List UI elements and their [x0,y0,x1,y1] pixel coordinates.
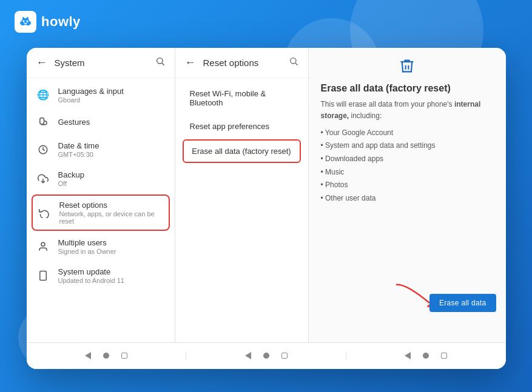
trash-icon [321,58,494,78]
menu-item-users[interactable]: Multiple users Signed in as Owner [27,232,175,261]
erase-list-item: • Downloaded apps [321,153,494,166]
bg-decoration-3 [18,307,79,368]
svg-point-3 [23,21,25,22]
system-menu-list: 🌐 Languages & input Gboard Gestures [27,78,175,342]
datetime-sublabel: GMT+05:30 [58,151,165,158]
bottom-nav-bar [27,342,506,369]
datetime-label: Date & time [58,141,165,150]
system-back-button[interactable]: ← [36,56,47,69]
device-mockup: ← System 🌐 Languages & input Gboard [27,48,506,369]
users-icon [36,240,50,253]
logo-icon [15,11,36,33]
backup-sublabel: Off [58,180,165,187]
datetime-text: Date & time GMT+05:30 [58,141,165,158]
menu-item-update[interactable]: System update Updated to Android 11 [27,261,175,290]
datetime-icon [36,143,50,156]
nav-home-button-right[interactable] [423,353,429,359]
erase-items-list: • Your Google Account • System and app d… [321,127,494,205]
nav-recents-button-left[interactable] [121,353,127,359]
gestures-icon [36,116,50,129]
menu-item-datetime[interactable]: Date & time GMT+05:30 [27,135,175,164]
erase-description: This will erase all data from your phone… [321,99,494,122]
erase-title: Erase all data (factory reset) [321,83,494,94]
languages-icon: 🌐 [36,88,50,102]
languages-text: Languages & input Gboard [58,87,165,104]
update-icon [36,269,50,282]
erase-list-item: • Other user data [321,192,494,205]
reset-text: Reset options Network, apps, or device c… [59,201,164,225]
reset-wifi-item[interactable]: Reset Wi-Fi, mobile & Bluetooth [183,83,301,113]
svg-rect-6 [27,17,29,20]
svg-point-7 [157,58,162,64]
svg-rect-5 [22,17,24,20]
erase-list-item: • Photos [321,179,494,192]
menu-item-backup[interactable]: Backup Off [27,164,175,193]
svg-point-4 [27,21,29,22]
logo-text: howly [41,14,81,30]
logo: howly [15,11,81,33]
nav-home-button-left[interactable] [103,353,109,359]
nav-back-button-right[interactable] [405,352,411,359]
users-label: Multiple users [58,238,165,247]
nav-section-right [346,352,506,359]
svg-rect-13 [39,271,46,280]
nav-recents-button-right[interactable] [441,353,447,359]
nav-back-button-left[interactable] [85,352,91,359]
svg-rect-9 [39,118,44,124]
update-label: System update [58,267,165,276]
system-header: ← System [27,48,175,78]
device-screen: ← System 🌐 Languages & input Gboard [27,48,506,342]
nav-recents-button-mid[interactable] [281,353,288,359]
panel-system: ← System 🌐 Languages & input Gboard [27,48,175,342]
reset-sublabel: Network, apps, or device can be reset [59,210,164,225]
nav-back-button-mid[interactable] [245,352,251,359]
gestures-text: Gestures [58,118,165,127]
reset-label: Reset options [59,201,164,210]
system-panel-title: System [55,58,148,68]
users-text: Multiple users Signed in as Owner [58,238,165,255]
erase-list-item: • Your Google Account [321,127,494,140]
nav-section-mid [186,352,346,359]
languages-sublabel: Gboard [58,96,165,104]
backup-icon [36,172,50,185]
erase-all-data-button[interactable]: Erase all data [429,294,496,312]
erase-list-item: • System and app data and settings [321,139,494,153]
backup-text: Backup Off [58,170,165,187]
gestures-label: Gestures [58,118,165,127]
nav-home-button-mid[interactable] [263,353,269,359]
languages-label: Languages & input [58,87,165,96]
header-bar: howly [0,0,532,44]
menu-item-gestures[interactable]: Gestures [27,110,175,135]
erase-data-item[interactable]: Erase all data (factory reset) [183,139,301,163]
users-sublabel: Signed in as Owner [58,248,165,255]
update-sublabel: Updated to Android 11 [58,277,165,284]
update-text: System update Updated to Android 11 [58,267,165,284]
panel-erase: Erase all data (factory reset) This will… [309,48,506,342]
menu-item-reset[interactable]: Reset options Network, apps, or device c… [32,194,170,231]
reset-app-item[interactable]: Reset app preferences [183,116,301,137]
menu-item-languages[interactable]: 🌐 Languages & input Gboard [27,81,175,110]
reset-panel-title: Reset options [203,58,281,68]
reset-icon [38,206,51,219]
system-search-icon[interactable] [155,56,165,68]
svg-line-8 [162,63,164,65]
reset-back-button[interactable]: ← [185,56,196,69]
svg-point-12 [41,242,45,246]
panel-reset: ← Reset options Reset Wi-Fi, mobile & Bl… [175,48,309,342]
erase-list-item: • Music [321,166,494,179]
backup-label: Backup [58,170,165,179]
reset-options-list: Reset Wi-Fi, mobile & Bluetooth Reset ap… [175,78,308,168]
